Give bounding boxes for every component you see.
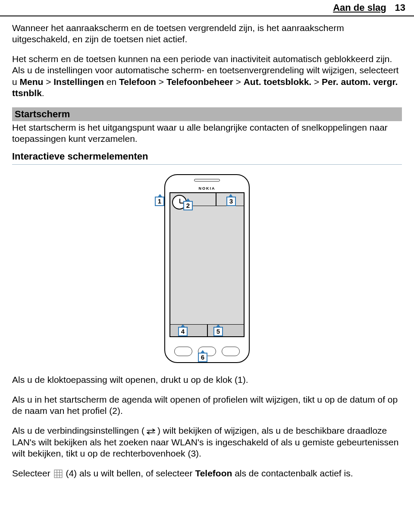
callout-6: 6 bbox=[198, 353, 207, 362]
paragraph-connections: Als u de verbindingsinstellingen () wilt… bbox=[12, 425, 402, 459]
phone-illustration: NOKIA 1 2 3 4 5 6 bbox=[153, 174, 261, 363]
sep: > bbox=[233, 77, 244, 87]
menu-path-telefoonbeheer: Telefoonbeheer bbox=[166, 77, 233, 87]
menu-path-aut-toetsblokk: Aut. toetsblokk. bbox=[244, 77, 312, 87]
menu-path-menu: Menu bbox=[20, 77, 44, 87]
page-header: Aan de slag 13 bbox=[0, 0, 414, 16]
section-desc: Het startscherm is het uitgangspunt waar… bbox=[12, 122, 402, 145]
paragraph-lock-intro: Wanneer het aanraakscherm en de toetsen … bbox=[12, 22, 402, 45]
text: Als u de verbindingsinstellingen ( bbox=[12, 426, 144, 435]
text: (4) als u wilt bellen, of selecteer bbox=[63, 468, 195, 478]
callout-2: 2 bbox=[183, 201, 193, 210]
phone-illustration-wrap: NOKIA 1 2 3 4 5 6 bbox=[12, 174, 402, 363]
paragraph-call: Selecteer (4) als u wilt bellen, of sele… bbox=[12, 468, 402, 479]
subheading-interactieve: Interactieve schermelementen bbox=[12, 150, 402, 163]
and: en bbox=[104, 77, 119, 87]
paragraph-clock: Als u de kloktoepassing wilt openen, dru… bbox=[12, 374, 402, 385]
phone-screen bbox=[169, 192, 245, 337]
phone-body: NOKIA bbox=[164, 174, 250, 363]
divider bbox=[12, 164, 402, 165]
menu-path-instellingen: Instellingen bbox=[53, 77, 104, 87]
text: Selecteer bbox=[12, 468, 53, 478]
page-content: Wanneer het aanraakscherm en de toetsen … bbox=[0, 22, 414, 479]
callout-3: 3 bbox=[226, 197, 236, 206]
callout-5: 5 bbox=[213, 327, 223, 336]
page-number: 13 bbox=[395, 2, 405, 13]
callout-4: 4 bbox=[178, 327, 188, 336]
section-heading-startscherm: Startscherm bbox=[12, 107, 402, 121]
callout-1: 1 bbox=[155, 197, 164, 206]
sep: > bbox=[43, 77, 53, 87]
sep: > bbox=[156, 77, 166, 87]
phone-brand: NOKIA bbox=[165, 186, 249, 191]
dialpad-icon bbox=[53, 469, 63, 478]
menu-telefoon: Telefoon bbox=[195, 468, 232, 478]
text: als de contactenbalk actief is. bbox=[232, 468, 353, 478]
svg-rect-0 bbox=[54, 470, 62, 478]
phone-speaker bbox=[194, 179, 220, 182]
arrows-icon bbox=[144, 428, 157, 435]
end-key bbox=[222, 347, 240, 356]
paragraph-lock-settings: Het scherm en de toetsen kunnen na een p… bbox=[12, 53, 402, 99]
menu-path-telefoon: Telefoon bbox=[119, 77, 156, 87]
text: Het scherm en de toetsen kunnen na een p… bbox=[12, 54, 392, 64]
paragraph-agenda: Als u in het startscherm de agenda wilt … bbox=[12, 394, 402, 417]
call-key bbox=[174, 347, 192, 356]
sep: > bbox=[311, 77, 322, 87]
header-title: Aan de slag bbox=[333, 2, 386, 13]
